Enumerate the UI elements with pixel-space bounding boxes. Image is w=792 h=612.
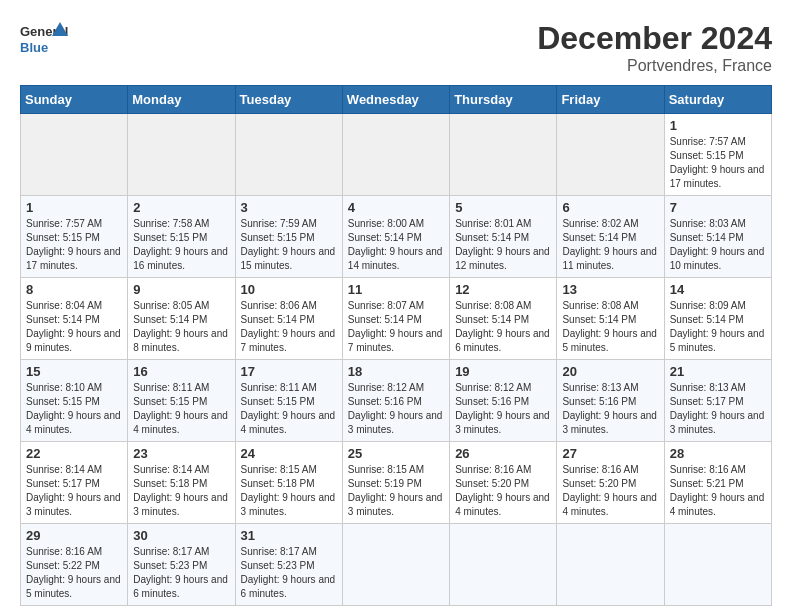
day-number: 30: [133, 528, 229, 543]
day-number: 21: [670, 364, 766, 379]
day-number: 7: [670, 200, 766, 215]
cell-info: Sunrise: 8:05 AMSunset: 5:14 PMDaylight:…: [133, 300, 228, 353]
header-saturday: Saturday: [664, 86, 771, 114]
cell-info: Sunrise: 8:12 AMSunset: 5:16 PMDaylight:…: [455, 382, 550, 435]
calendar-cell: 12 Sunrise: 8:08 AMSunset: 5:14 PMDaylig…: [450, 278, 557, 360]
title-area: December 2024 Portvendres, France: [537, 20, 772, 75]
calendar-cell: 29 Sunrise: 8:16 AMSunset: 5:22 PMDaylig…: [21, 524, 128, 606]
cell-info: Sunrise: 8:03 AMSunset: 5:14 PMDaylight:…: [670, 218, 765, 271]
cell-info: Sunrise: 8:06 AMSunset: 5:14 PMDaylight:…: [241, 300, 336, 353]
calendar-cell: [342, 524, 449, 606]
day-number: 15: [26, 364, 122, 379]
day-number: 3: [241, 200, 337, 215]
day-number: 11: [348, 282, 444, 297]
calendar-cell: 7 Sunrise: 8:03 AMSunset: 5:14 PMDayligh…: [664, 196, 771, 278]
day-number: 9: [133, 282, 229, 297]
day-number: 4: [348, 200, 444, 215]
header-monday: Monday: [128, 86, 235, 114]
cell-info: Sunrise: 8:16 AMSunset: 5:22 PMDaylight:…: [26, 546, 121, 599]
day-number: 1: [26, 200, 122, 215]
month-title: December 2024: [537, 20, 772, 57]
calendar-cell: 8 Sunrise: 8:04 AMSunset: 5:14 PMDayligh…: [21, 278, 128, 360]
cell-info: Sunrise: 8:17 AMSunset: 5:23 PMDaylight:…: [241, 546, 336, 599]
svg-text:Blue: Blue: [20, 40, 48, 55]
calendar-cell: [557, 524, 664, 606]
cell-info: Sunrise: 8:14 AMSunset: 5:17 PMDaylight:…: [26, 464, 121, 517]
day-number: 19: [455, 364, 551, 379]
day-number: 1: [670, 118, 766, 133]
day-number: 27: [562, 446, 658, 461]
day-number: 29: [26, 528, 122, 543]
day-number: 26: [455, 446, 551, 461]
cell-info: Sunrise: 8:02 AMSunset: 5:14 PMDaylight:…: [562, 218, 657, 271]
calendar-table: SundayMondayTuesdayWednesdayThursdayFrid…: [20, 85, 772, 606]
day-number: 2: [133, 200, 229, 215]
header-friday: Friday: [557, 86, 664, 114]
calendar-cell: 22 Sunrise: 8:14 AMSunset: 5:17 PMDaylig…: [21, 442, 128, 524]
calendar-cell: 1 Sunrise: 7:57 AMSunset: 5:15 PMDayligh…: [21, 196, 128, 278]
calendar-cell: 27 Sunrise: 8:16 AMSunset: 5:20 PMDaylig…: [557, 442, 664, 524]
calendar-cell: 30 Sunrise: 8:17 AMSunset: 5:23 PMDaylig…: [128, 524, 235, 606]
day-number: 12: [455, 282, 551, 297]
header-row: SundayMondayTuesdayWednesdayThursdayFrid…: [21, 86, 772, 114]
calendar-cell: 31 Sunrise: 8:17 AMSunset: 5:23 PMDaylig…: [235, 524, 342, 606]
calendar-row-3: 15 Sunrise: 8:10 AMSunset: 5:15 PMDaylig…: [21, 360, 772, 442]
cell-info: Sunrise: 8:17 AMSunset: 5:23 PMDaylight:…: [133, 546, 228, 599]
day-number: 31: [241, 528, 337, 543]
cell-info: Sunrise: 8:11 AMSunset: 5:15 PMDaylight:…: [133, 382, 228, 435]
calendar-cell: 11 Sunrise: 8:07 AMSunset: 5:14 PMDaylig…: [342, 278, 449, 360]
day-number: 13: [562, 282, 658, 297]
cell-info: Sunrise: 8:07 AMSunset: 5:14 PMDaylight:…: [348, 300, 443, 353]
page-header: General Blue December 2024 Portvendres, …: [20, 20, 772, 75]
cell-info: Sunrise: 8:13 AMSunset: 5:16 PMDaylight:…: [562, 382, 657, 435]
calendar-cell: 4 Sunrise: 8:00 AMSunset: 5:14 PMDayligh…: [342, 196, 449, 278]
day-number: 16: [133, 364, 229, 379]
cell-info: Sunrise: 8:04 AMSunset: 5:14 PMDaylight:…: [26, 300, 121, 353]
calendar-cell: 5 Sunrise: 8:01 AMSunset: 5:14 PMDayligh…: [450, 196, 557, 278]
calendar-cell: [557, 114, 664, 196]
calendar-cell: 18 Sunrise: 8:12 AMSunset: 5:16 PMDaylig…: [342, 360, 449, 442]
calendar-cell: 21 Sunrise: 8:13 AMSunset: 5:17 PMDaylig…: [664, 360, 771, 442]
header-tuesday: Tuesday: [235, 86, 342, 114]
header-sunday: Sunday: [21, 86, 128, 114]
calendar-row-0: 1 Sunrise: 7:57 AMSunset: 5:15 PMDayligh…: [21, 114, 772, 196]
calendar-cell: [128, 114, 235, 196]
calendar-cell: 10 Sunrise: 8:06 AMSunset: 5:14 PMDaylig…: [235, 278, 342, 360]
cell-info: Sunrise: 8:12 AMSunset: 5:16 PMDaylight:…: [348, 382, 443, 435]
calendar-cell: 13 Sunrise: 8:08 AMSunset: 5:14 PMDaylig…: [557, 278, 664, 360]
cell-info: Sunrise: 8:14 AMSunset: 5:18 PMDaylight:…: [133, 464, 228, 517]
cell-info: Sunrise: 8:11 AMSunset: 5:15 PMDaylight:…: [241, 382, 336, 435]
cell-info: Sunrise: 7:57 AMSunset: 5:15 PMDaylight:…: [670, 136, 765, 189]
day-number: 24: [241, 446, 337, 461]
header-thursday: Thursday: [450, 86, 557, 114]
calendar-row-5: 29 Sunrise: 8:16 AMSunset: 5:22 PMDaylig…: [21, 524, 772, 606]
cell-info: Sunrise: 7:57 AMSunset: 5:15 PMDaylight:…: [26, 218, 121, 271]
cell-info: Sunrise: 8:00 AMSunset: 5:14 PMDaylight:…: [348, 218, 443, 271]
calendar-cell: 3 Sunrise: 7:59 AMSunset: 5:15 PMDayligh…: [235, 196, 342, 278]
calendar-cell: 26 Sunrise: 8:16 AMSunset: 5:20 PMDaylig…: [450, 442, 557, 524]
calendar-cell: 14 Sunrise: 8:09 AMSunset: 5:14 PMDaylig…: [664, 278, 771, 360]
calendar-cell: 20 Sunrise: 8:13 AMSunset: 5:16 PMDaylig…: [557, 360, 664, 442]
cell-info: Sunrise: 8:08 AMSunset: 5:14 PMDaylight:…: [562, 300, 657, 353]
calendar-cell: [21, 114, 128, 196]
cell-info: Sunrise: 8:10 AMSunset: 5:15 PMDaylight:…: [26, 382, 121, 435]
calendar-cell: [235, 114, 342, 196]
day-number: 5: [455, 200, 551, 215]
calendar-cell: 19 Sunrise: 8:12 AMSunset: 5:16 PMDaylig…: [450, 360, 557, 442]
calendar-cell: 1 Sunrise: 7:57 AMSunset: 5:15 PMDayligh…: [664, 114, 771, 196]
cell-info: Sunrise: 8:16 AMSunset: 5:20 PMDaylight:…: [562, 464, 657, 517]
calendar-cell: [342, 114, 449, 196]
header-wednesday: Wednesday: [342, 86, 449, 114]
day-number: 18: [348, 364, 444, 379]
logo: General Blue: [20, 20, 68, 60]
calendar-cell: 17 Sunrise: 8:11 AMSunset: 5:15 PMDaylig…: [235, 360, 342, 442]
calendar-cell: 2 Sunrise: 7:58 AMSunset: 5:15 PMDayligh…: [128, 196, 235, 278]
day-number: 17: [241, 364, 337, 379]
calendar-cell: 25 Sunrise: 8:15 AMSunset: 5:19 PMDaylig…: [342, 442, 449, 524]
calendar-cell: [450, 524, 557, 606]
calendar-cell: [450, 114, 557, 196]
day-number: 25: [348, 446, 444, 461]
cell-info: Sunrise: 8:15 AMSunset: 5:18 PMDaylight:…: [241, 464, 336, 517]
cell-info: Sunrise: 8:08 AMSunset: 5:14 PMDaylight:…: [455, 300, 550, 353]
cell-info: Sunrise: 8:16 AMSunset: 5:21 PMDaylight:…: [670, 464, 765, 517]
